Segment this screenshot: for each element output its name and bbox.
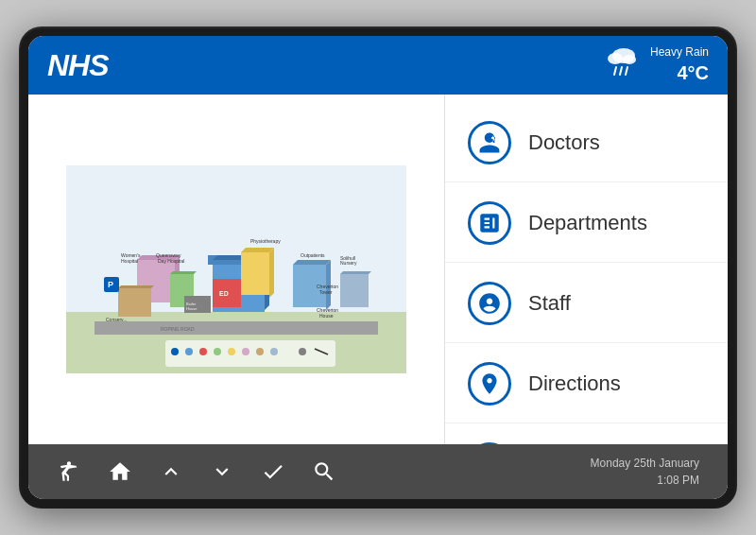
home-button[interactable] [108, 459, 132, 484]
svg-point-2 [623, 55, 636, 64]
svg-rect-29 [118, 288, 151, 317]
svg-point-52 [199, 348, 207, 355]
svg-point-56 [256, 348, 264, 355]
header: NHS Heavy Rain 4°C [28, 36, 728, 95]
svg-text:Conserv...: Conserv... [106, 317, 127, 322]
svg-point-55 [242, 348, 249, 355]
svg-marker-26 [170, 271, 197, 274]
svg-point-50 [171, 348, 179, 355]
directions-label: Directions [528, 371, 621, 396]
scroll-down-button[interactable] [210, 459, 234, 484]
menu-item-doctors[interactable]: Doctors [445, 104, 728, 182]
hospital-map: ROPING ROAD [40, 165, 433, 373]
footer-time: 1:08 PM [591, 472, 699, 489]
staff-icon [477, 291, 502, 316]
footer-navigation [57, 459, 336, 484]
svg-point-51 [185, 348, 193, 355]
svg-text:Hospital: Hospital [121, 258, 138, 264]
svg-text:House: House [319, 313, 334, 319]
svg-line-3 [614, 67, 616, 75]
svg-text:Tower: Tower [319, 289, 333, 295]
search-button[interactable] [312, 459, 336, 484]
weather-info: Heavy Rain 4°C [650, 44, 709, 87]
svg-text:Day Hospital: Day Hospital [158, 258, 184, 264]
svg-rect-27 [340, 274, 369, 307]
staff-label: Staff [528, 291, 571, 316]
svg-point-1 [608, 53, 623, 64]
svg-text:ED: ED [219, 290, 229, 297]
svg-text:Nursery: Nursery [340, 260, 357, 266]
departments-icon-circle [468, 201, 511, 245]
departments-label: Departments [528, 211, 647, 235]
footer: Monday 25th January 1:08 PM [28, 444, 728, 499]
menu-item-staff[interactable]: Staff [445, 265, 728, 343]
svg-point-54 [228, 348, 235, 355]
device-frame: NHS Heavy Rain 4°C [19, 26, 737, 509]
svg-rect-8 [94, 321, 378, 335]
main-content: ROPING ROAD [28, 95, 728, 444]
footer-date: Monday 25th January [591, 455, 699, 472]
svg-point-58 [299, 348, 306, 355]
departments-icon [477, 211, 502, 235]
svg-rect-20 [241, 252, 269, 295]
accessibility-button[interactable] [57, 459, 81, 484]
nhs-logo: NHS [47, 48, 109, 83]
doctor-icon [477, 130, 502, 155]
directions-icon-circle [468, 362, 511, 406]
confirm-button[interactable] [261, 459, 285, 484]
svg-line-4 [620, 67, 622, 75]
svg-marker-30 [118, 285, 154, 288]
svg-line-5 [626, 67, 627, 75]
directions-icon [477, 371, 502, 396]
menu-item-departments[interactable]: Departments [445, 184, 728, 263]
menu-item-directions[interactable]: Directions [445, 345, 728, 423]
svg-text:House: House [186, 306, 198, 311]
doctors-icon-circle [468, 121, 511, 164]
map-area: ROPING ROAD [28, 95, 444, 444]
screen: NHS Heavy Rain 4°C [28, 36, 728, 499]
svg-text:Physiotherapy: Physiotherapy [250, 238, 281, 244]
footer-datetime: Monday 25th January 1:08 PM [591, 455, 699, 489]
svg-text:P: P [108, 280, 113, 289]
svg-marker-28 [340, 271, 371, 274]
menu-panel: Doctors Departments [444, 95, 728, 444]
svg-marker-22 [269, 248, 274, 298]
svg-marker-21 [241, 248, 274, 252]
svg-text:ROPING ROAD: ROPING ROAD [161, 326, 195, 332]
svg-point-53 [214, 348, 221, 355]
menu-item-help[interactable]: Help [445, 425, 728, 444]
weather-description: Heavy Rain [650, 44, 709, 60]
scroll-up-button[interactable] [159, 459, 183, 484]
svg-point-57 [270, 348, 278, 355]
staff-icon-circle [468, 282, 511, 325]
weather-temperature: 4°C [650, 60, 709, 86]
weather-widget: Heavy Rain 4°C [603, 44, 709, 87]
weather-icon [603, 44, 641, 85]
svg-text:Outpatients: Outpatients [301, 252, 325, 258]
svg-marker-18 [293, 260, 331, 265]
doctors-label: Doctors [528, 130, 600, 155]
